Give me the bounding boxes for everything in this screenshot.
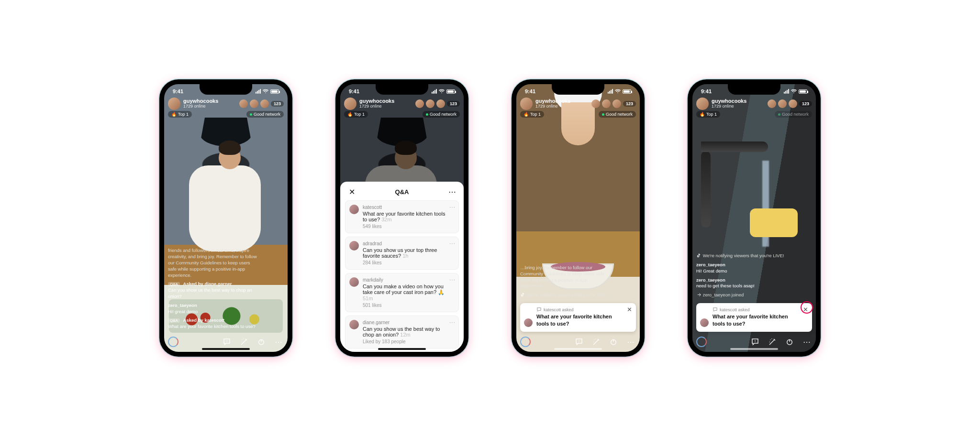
network-dot-icon	[778, 113, 780, 116]
asker-username: adradrad	[363, 241, 446, 246]
viewer-avatars[interactable]: 123	[768, 99, 812, 108]
more-icon: ⋯	[627, 338, 635, 347]
network-badge: Good network	[599, 111, 636, 118]
question-text: Can you show us your top three favorite …	[363, 247, 437, 259]
more-icon: ⋯	[275, 338, 282, 347]
qa-button[interactable]: ?	[574, 337, 584, 347]
effects-button[interactable]	[239, 337, 249, 347]
viewer-avatar	[426, 99, 434, 108]
viewer-count: 123	[623, 101, 636, 107]
signal-icon	[784, 89, 789, 94]
question-more-button[interactable]: ···	[449, 240, 456, 247]
effects-button[interactable]	[767, 337, 778, 347]
svg-text:?: ?	[226, 340, 228, 343]
svg-text:?: ?	[578, 340, 580, 343]
pinned-header: katescott asked	[536, 307, 623, 312]
pinned-question-text: What are your favorite kitchen tools to …	[713, 313, 799, 327]
pinned-question-card[interactable]: ✕ katescott asked What are your favorite…	[520, 303, 636, 332]
viewer-count: 123	[271, 101, 284, 107]
wifi-icon	[263, 89, 268, 94]
pinned-question-text: What are your favorite kitchen tools to …	[536, 313, 623, 327]
wifi-icon	[439, 89, 445, 94]
viewer-avatar	[612, 99, 621, 108]
status-indicators	[784, 89, 807, 94]
effects-icon	[240, 338, 248, 346]
creator-avatar	[344, 98, 356, 110]
viewer-avatars[interactable]: 123	[239, 99, 284, 108]
viewer-avatars[interactable]: 123	[415, 99, 460, 108]
flip-camera-icon	[168, 337, 178, 347]
phone-qa-sheet: 9:41 guywhocooks 1729 online	[335, 79, 468, 357]
network-badge: Good network	[775, 111, 812, 118]
bg-chef-hair	[219, 141, 241, 155]
ranking-badge[interactable]: 🔥Top 1	[520, 111, 544, 118]
ranking-badge[interactable]: 🔥Top 1	[696, 111, 720, 118]
pinned-question-card[interactable]: ✕ katescott asked What are your favorite…	[696, 303, 812, 332]
qa-button[interactable]: ?	[222, 337, 232, 347]
viewer-avatars[interactable]: 123	[591, 99, 636, 108]
creator-avatar	[520, 98, 533, 110]
ranking-badge[interactable]: 🔥 Top 1	[168, 111, 192, 118]
qa-button[interactable]: ?	[750, 337, 760, 347]
flip-camera-button[interactable]	[520, 337, 531, 347]
dismiss-pinned-button[interactable]: ✕	[803, 306, 808, 313]
power-icon	[609, 338, 618, 346]
qa-sheet-title: Q&A	[395, 188, 409, 196]
flip-camera-button[interactable]	[696, 337, 707, 347]
creator-chip[interactable]: guywhocooks 1729 online	[344, 98, 394, 110]
more-options-button[interactable]: ⋯	[802, 337, 812, 347]
creator-name: guywhocooks	[712, 98, 746, 104]
chat-qa-item[interactable]: Q&A Asked by diane.garner Can you show u…	[168, 281, 260, 299]
chat-message[interactable]: zero_taeyeonHi! Great demo	[696, 262, 788, 274]
wifi-icon	[615, 89, 621, 94]
qa-question-card[interactable]: ··· adradrad Can you show us your top th…	[345, 237, 459, 270]
asker-avatar	[349, 277, 359, 287]
question-likes: 284 likes	[363, 260, 446, 265]
end-live-button[interactable]	[608, 337, 619, 347]
question-more-button[interactable]: ···	[449, 204, 456, 210]
viewer-avatar	[415, 99, 424, 108]
live-chat-feed[interactable]: friends and followers in real-time, insp…	[168, 248, 260, 330]
end-live-button[interactable]	[784, 337, 795, 347]
comment-qa-icon	[713, 307, 718, 312]
status-indicators	[608, 89, 631, 94]
pinned-question-wrap: ✕ katescott asked What are your favorite…	[696, 303, 812, 332]
creator-chip[interactable]: guywhocooks 1729 online	[696, 98, 746, 110]
ranking-badge[interactable]: 🔥Top 1	[344, 111, 368, 118]
viewer-avatar	[768, 99, 776, 108]
bg-faucet	[701, 151, 711, 228]
creator-chip[interactable]: guywhocooks 1729 online	[520, 98, 570, 110]
flip-camera-button[interactable]	[168, 337, 178, 347]
tiktok-notice-icon	[520, 292, 525, 297]
end-live-button[interactable]	[256, 337, 267, 347]
creator-online-count: 1729 online	[712, 104, 746, 109]
effects-button[interactable]	[591, 337, 601, 347]
dismiss-pinned-button[interactable]: ✕	[627, 306, 632, 313]
qa-question-card[interactable]: ··· diane.garner Can you show us the bes…	[345, 316, 459, 349]
home-indicator	[378, 348, 426, 350]
chat-message[interactable]: zero_taeyeonneed to get these tools asap…	[696, 277, 788, 290]
question-likes: 501 likes	[363, 303, 446, 308]
more-options-button[interactable]: ⋯	[625, 337, 636, 347]
home-indicator	[554, 348, 602, 350]
status-time: 9:41	[173, 88, 183, 94]
notch	[728, 84, 780, 95]
live-chat-feed[interactable]: …bring joy. Remember to follow our Commu…	[520, 265, 612, 298]
chat-message[interactable]: zero_taeyeon Hi! great demo	[168, 303, 260, 315]
qa-question-card[interactable]: ··· katescott What are your favorite kit…	[345, 200, 459, 233]
live-badges: 🔥Top 1 Good network	[696, 111, 812, 118]
more-options-button[interactable]: ⋯	[273, 337, 284, 347]
creator-chip[interactable]: guywhocooks 1729 online	[168, 98, 218, 110]
question-more-button[interactable]: ···	[449, 319, 456, 326]
qa-more-button[interactable]: ⋯	[447, 187, 457, 196]
home-indicator	[202, 348, 250, 350]
qa-close-button[interactable]: ✕	[347, 187, 356, 196]
chat-qa-item[interactable]: Q&A Asked by katescott What are your fav…	[168, 317, 260, 330]
qa-question-card[interactable]: ··· markdaily Can you make a video on ho…	[345, 273, 459, 312]
phone-pinned-dismiss: 9:41 guywhocooks 1729 online	[688, 79, 821, 357]
comment-qa-icon: ?	[223, 338, 231, 346]
question-more-button[interactable]: ···	[449, 276, 456, 283]
qa-sheet-header: ✕ Q&A ⋯	[345, 186, 459, 200]
live-chat-feed[interactable]: We're notifying viewers that you're LIVE…	[696, 253, 788, 298]
signal-icon	[256, 89, 261, 94]
